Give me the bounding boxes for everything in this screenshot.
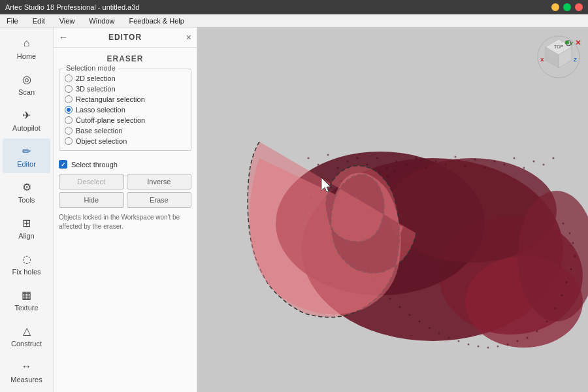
sidebar: ⌂ Home ◎ Scan ✈ Autopilot ✏ Editor ⚙ Too… [0, 27, 54, 392]
svg-point-30 [533, 161, 535, 163]
menu-item-feedback-&-help[interactable]: Feedback & Help [125, 16, 188, 26]
svg-point-43 [572, 242, 574, 244]
radio-label-lasso: Lasso selection [76, 106, 125, 114]
radio-circle-3d[interactable] [65, 85, 73, 93]
svg-point-79 [394, 171, 396, 172]
deselect-inverse-row: Deselect Inverse [59, 174, 191, 189]
sidebar-icon-autopilot: ✈ [20, 108, 34, 122]
sidebar-label-home: Home [17, 52, 36, 60]
radio-label-cutoff: Cutoff-plane selection [76, 116, 145, 124]
menu-item-file[interactable]: File [3, 16, 22, 26]
svg-point-60 [438, 333, 440, 335]
menu-item-view[interactable]: View [56, 16, 79, 26]
svg-point-9 [327, 154, 329, 156]
menu-item-window[interactable]: Window [85, 16, 118, 26]
deselect-button[interactable]: Deselect [59, 174, 124, 189]
select-through-label: Select through [71, 161, 118, 169]
radio-label-base: Base selection [76, 127, 123, 135]
window-controls [551, 3, 583, 11]
maximize-button[interactable] [563, 3, 571, 11]
editor-panel-title: EDITOR [59, 33, 191, 42]
menubar: FileEditViewWindowFeedback & Help [0, 14, 588, 27]
svg-point-47 [561, 295, 563, 297]
svg-point-64 [399, 306, 401, 308]
radio-option-rect[interactable]: Rectangular selection [65, 94, 186, 105]
svg-text:TOP: TOP [554, 44, 564, 49]
radio-label-2d: 2D selection [76, 74, 116, 82]
sidebar-icon-measures: ↔ [20, 359, 34, 374]
svg-point-53 [507, 344, 509, 346]
svg-point-52 [517, 340, 519, 342]
svg-point-11 [347, 161, 349, 163]
radio-label-object: Object selection [76, 137, 127, 145]
svg-point-49 [546, 321, 548, 323]
select-through-checkbox[interactable] [59, 160, 67, 169]
svg-point-58 [458, 340, 460, 342]
sidebar-item-autopilot[interactable]: ✈ Autopilot [3, 103, 50, 137]
radio-circle-object[interactable] [65, 137, 73, 145]
sidebar-label-align: Align [18, 232, 34, 240]
svg-point-13 [367, 164, 368, 166]
hide-button[interactable]: Hide [59, 192, 124, 208]
sidebar-icon-fix-holes: ◌ [20, 252, 34, 266]
titlebar: Artec Studio 18 Professional - untitled.… [0, 0, 588, 14]
svg-point-57 [468, 344, 470, 346]
close-button[interactable] [575, 3, 583, 11]
svg-point-45 [570, 269, 572, 270]
svg-point-61 [429, 327, 431, 329]
svg-text:X: X [540, 57, 544, 63]
sidebar-icon-tools: ⚙ [20, 180, 34, 194]
sidebar-item-measures[interactable]: ↔ Measures [3, 354, 50, 389]
sidebar-item-scan[interactable]: ◎ Scan [3, 67, 50, 101]
sidebar-item-texture[interactable]: ▦ Texture [3, 282, 50, 317]
radio-circle-2d[interactable] [65, 74, 73, 82]
main-layout: ⌂ Home ◎ Scan ✈ Autopilot ✏ Editor ⚙ Too… [0, 27, 588, 392]
radio-circle-cutoff[interactable] [65, 116, 73, 124]
radio-option-3d[interactable]: 3D selection [65, 84, 186, 94]
sidebar-icon-scan: ◎ [20, 72, 34, 86]
radio-option-2d[interactable]: 2D selection [65, 73, 186, 84]
radio-circle-lasso[interactable] [65, 106, 73, 114]
sidebar-item-editor[interactable]: ✏ Editor [3, 139, 50, 173]
svg-point-27 [504, 164, 506, 166]
svg-point-15 [386, 167, 388, 169]
close-panel-button[interactable]: × [186, 32, 191, 42]
sidebar-item-home[interactable]: ⌂ Home [3, 31, 50, 65]
svg-point-41 [563, 223, 564, 225]
svg-text:Z: Z [574, 57, 577, 63]
erase-button[interactable]: Erase [127, 192, 192, 208]
hide-erase-row: Hide Erase [59, 192, 191, 208]
radio-option-cutoff[interactable]: Cutoff-plane selection [65, 115, 186, 125]
svg-point-63 [409, 314, 411, 316]
back-button[interactable]: ← [59, 32, 68, 42]
radio-option-object[interactable]: Object selection [65, 136, 186, 146]
svg-point-23 [465, 165, 466, 167]
radio-option-base[interactable]: Base selection [65, 125, 186, 136]
viewport[interactable]: Y Z X TOP [197, 27, 588, 392]
svg-point-32 [553, 157, 555, 159]
svg-point-51 [527, 337, 529, 339]
minimize-button[interactable] [551, 3, 559, 11]
editor-panel: ← EDITOR × ERASER Selection mode 2D sele… [54, 27, 197, 392]
svg-point-36 [331, 187, 333, 189]
svg-point-91 [565, 41, 569, 44]
sidebar-item-construct[interactable]: △ Construct [3, 318, 50, 353]
radio-option-lasso[interactable]: Lasso selection [65, 105, 186, 115]
radio-circle-base[interactable] [65, 127, 73, 135]
sidebar-icon-editor: ✏ [20, 144, 34, 158]
sidebar-icon-align: ⊞ [20, 216, 34, 230]
sidebar-label-editor: Editor [17, 160, 36, 168]
navigation-cube[interactable]: Y Z X TOP [536, 34, 581, 80]
svg-point-55 [487, 347, 489, 349]
svg-point-16 [396, 161, 398, 163]
radio-circle-rect[interactable] [65, 95, 73, 103]
sidebar-item-align[interactable]: ⊞ Align [3, 210, 50, 245]
select-through-option[interactable]: Select through [54, 157, 197, 171]
sidebar-item-tools[interactable]: ⚙ Tools [3, 174, 50, 209]
svg-point-28 [514, 157, 515, 159]
inverse-button[interactable]: Inverse [127, 174, 192, 189]
svg-point-7 [308, 157, 310, 159]
menu-item-edit[interactable]: Edit [29, 16, 49, 26]
svg-point-26 [494, 161, 496, 163]
sidebar-item-fix-holes[interactable]: ◌ Fix holes [3, 246, 50, 281]
